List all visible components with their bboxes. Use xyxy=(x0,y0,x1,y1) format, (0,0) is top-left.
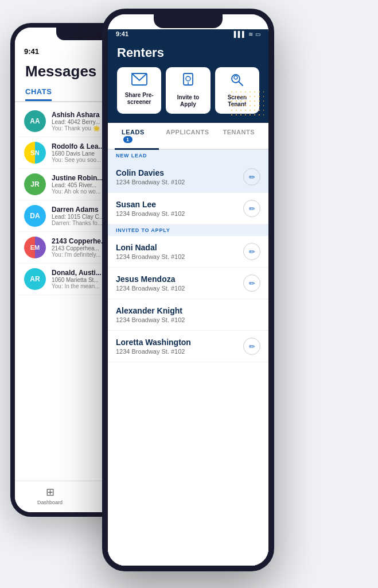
avatar: AA xyxy=(24,110,46,132)
share-prescreener-card[interactable]: Share Pre-screener xyxy=(117,67,161,114)
screen-icon xyxy=(230,73,244,91)
edit-icon[interactable]: ✏ xyxy=(243,338,260,355)
lead-name: Colin Davies xyxy=(116,168,185,177)
list-item[interactable]: Jesus Mendoza 1234 Broadway St. #102 ✏ xyxy=(108,268,268,299)
status-time: 9:41 xyxy=(24,47,39,56)
chats-label: CHATS xyxy=(25,87,52,101)
dashboard-icon: ⊞ xyxy=(46,486,54,498)
edit-icon[interactable]: ✏ xyxy=(243,243,260,260)
front-phone: 9:41 ▌▌▌ ≋ ▭ Renters xyxy=(102,9,274,571)
lead-name: Loretta Washington xyxy=(116,338,191,347)
list-item[interactable]: Colin Davies 1234 Broadway St. #102 ✏ xyxy=(108,161,268,193)
lead-address: 1234 Broadway St. #102 xyxy=(116,253,185,260)
front-status-bar: 9:41 ▌▌▌ ≋ ▭ xyxy=(108,29,268,38)
signal-icon: ▌▌▌ xyxy=(234,31,246,37)
nav-item-dashboard[interactable]: ⊞ Dashboard xyxy=(15,486,85,505)
lead-name: Loni Nadal xyxy=(116,243,185,252)
wifi-icon: ≋ xyxy=(248,31,253,37)
battery-icon: ▭ xyxy=(255,31,260,37)
dots-decoration xyxy=(229,90,264,118)
lead-address: 1234 Broadway St. #102 xyxy=(116,285,185,292)
renters-title: Renters xyxy=(117,45,259,60)
nav-label: Dashboard xyxy=(37,500,63,505)
tab-applicants[interactable]: APPLICANTS xyxy=(159,123,216,150)
lead-name: Alexander Knight xyxy=(116,306,185,315)
avatar: EM xyxy=(24,237,46,258)
edit-icon[interactable]: ✏ xyxy=(243,168,260,185)
list-item[interactable]: Loretta Washington 1234 Broadway St. #10… xyxy=(108,331,268,362)
section-label-new-lead: NEW LEAD xyxy=(108,150,268,161)
svg-line-7 xyxy=(239,82,243,86)
invite-to-apply-card[interactable]: Invite to Apply xyxy=(166,67,210,114)
renters-header: Renters Share Pre-screener xyxy=(108,38,268,123)
avatar: AR xyxy=(24,268,46,290)
invite-label: Invite to Apply xyxy=(169,94,206,108)
prescreener-label: Share Pre-screener xyxy=(120,92,158,106)
avatar: SN xyxy=(24,142,46,164)
lead-address: 1234 Broadway St. #102 xyxy=(116,348,191,355)
invite-icon xyxy=(181,73,195,91)
leads-tabs: LEADS 1 APPLICANTS TENANTS xyxy=(108,123,268,150)
list-item[interactable]: Susan Lee 1234 Broadway St. #102 ✏ xyxy=(108,193,268,225)
leads-badge: 1 xyxy=(123,136,133,143)
lead-name: Susan Lee xyxy=(116,200,185,209)
leads-list: NEW LEAD Colin Davies 1234 Broadway St. … xyxy=(108,150,268,566)
lead-address: 1234 Broadway St. #102 xyxy=(116,179,185,185)
edit-icon[interactable]: ✏ xyxy=(243,200,260,217)
list-item[interactable]: Alexander Knight 1234 Broadway St. #102 xyxy=(108,299,268,331)
list-item[interactable]: Loni Nadal 1234 Broadway St. #102 ✏ xyxy=(108,236,268,268)
tab-tenants[interactable]: TENANTS xyxy=(216,123,262,150)
avatar: DA xyxy=(24,205,46,227)
lead-address: 1234 Broadway St. #102 xyxy=(116,210,185,217)
svg-point-6 xyxy=(234,76,237,79)
prescreener-icon xyxy=(131,73,147,88)
edit-icon[interactable]: ✏ xyxy=(243,274,260,292)
avatar: JR xyxy=(24,173,46,195)
front-status-icons: ▌▌▌ ≋ ▭ xyxy=(234,31,260,37)
front-status-time: 9:41 xyxy=(116,30,128,37)
section-label-invited: INVITED TO APPLY xyxy=(108,225,268,236)
svg-point-3 xyxy=(186,76,190,81)
side-button-right xyxy=(274,89,274,123)
tab-leads[interactable]: LEADS 1 xyxy=(115,123,159,150)
front-notch xyxy=(154,14,223,28)
side-button-left xyxy=(102,72,103,95)
lead-address: 1234 Broadway St. #102 xyxy=(116,316,185,323)
lead-name: Jesus Mendoza xyxy=(116,274,185,284)
